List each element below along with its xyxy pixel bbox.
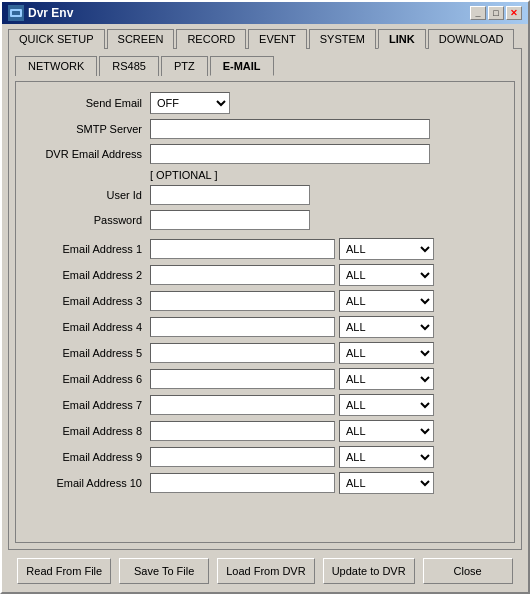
send-email-row: Send Email OFF ON: [30, 92, 500, 114]
email-input-8[interactable]: [150, 421, 335, 441]
tab-link[interactable]: LINK: [378, 29, 426, 49]
email-input-2[interactable]: [150, 265, 335, 285]
email-input-6[interactable]: [150, 369, 335, 389]
window: Dvr Env _ □ ✕ QUICK SETUP SCREEN RECORD …: [0, 0, 530, 594]
email-input-9[interactable]: [150, 447, 335, 467]
password-label: Password: [30, 214, 150, 226]
email-select-7[interactable]: ALLMOTIONSENSORSYSTEM: [339, 394, 434, 416]
email-label-2: Email Address 2: [30, 269, 150, 281]
tab-download[interactable]: DOWNLOAD: [428, 29, 515, 49]
email-input-7[interactable]: [150, 395, 335, 415]
email-select-4[interactable]: ALLMOTIONSENSORSYSTEM: [339, 316, 434, 338]
email-select-3[interactable]: ALLMOTIONSENSORSYSTEM: [339, 290, 434, 312]
smtp-server-row: SMTP Server: [30, 119, 500, 139]
close-button[interactable]: Close: [423, 558, 513, 584]
maximize-button[interactable]: □: [488, 6, 504, 20]
user-id-row: User Id: [30, 185, 500, 205]
title-controls: _ □ ✕: [470, 6, 522, 20]
main-content: NETWORK RS485 PTZ E-MAIL Send Email OFF …: [8, 48, 522, 550]
dvr-email-row: DVR Email Address: [30, 144, 500, 164]
email-select-2[interactable]: ALLMOTIONSENSORSYSTEM: [339, 264, 434, 286]
email-label-9: Email Address 9: [30, 451, 150, 463]
minimize-button[interactable]: _: [470, 6, 486, 20]
email-row-1: Email Address 1 ALLMOTIONSENSORSYSTEM: [30, 238, 500, 260]
email-input-3[interactable]: [150, 291, 335, 311]
email-select-8[interactable]: ALLMOTIONSENSORSYSTEM: [339, 420, 434, 442]
email-row-3: Email Address 3 ALLMOTIONSENSORSYSTEM: [30, 290, 500, 312]
email-input-5[interactable]: [150, 343, 335, 363]
email-row-9: Email Address 9 ALLMOTIONSENSORSYSTEM: [30, 446, 500, 468]
email-row-2: Email Address 2 ALLMOTIONSENSORSYSTEM: [30, 264, 500, 286]
email-label-8: Email Address 8: [30, 425, 150, 437]
dvr-email-input[interactable]: [150, 144, 430, 164]
button-bar: Read From File Save To File Load From DV…: [2, 550, 528, 592]
window-title: Dvr Env: [28, 6, 73, 20]
email-label-3: Email Address 3: [30, 295, 150, 307]
main-tabs: QUICK SETUP SCREEN RECORD EVENT SYSTEM L…: [2, 24, 528, 48]
tab-event[interactable]: EVENT: [248, 29, 307, 49]
email-addresses-section: Email Address 1 ALLMOTIONSENSORSYSTEM Em…: [30, 238, 500, 494]
optional-text: [ OPTIONAL ]: [150, 169, 217, 181]
email-input-1[interactable]: [150, 239, 335, 259]
dvr-email-label: DVR Email Address: [30, 148, 150, 160]
email-row-6: Email Address 6 ALLMOTIONSENSORSYSTEM: [30, 368, 500, 390]
password-input[interactable]: [150, 210, 310, 230]
app-icon: [8, 5, 24, 21]
optional-row: [ OPTIONAL ]: [30, 169, 500, 181]
save-to-file-button[interactable]: Save To File: [119, 558, 209, 584]
password-row: Password: [30, 210, 500, 230]
smtp-server-label: SMTP Server: [30, 123, 150, 135]
load-from-dvr-button[interactable]: Load From DVR: [217, 558, 314, 584]
email-row-5: Email Address 5 ALLMOTIONSENSORSYSTEM: [30, 342, 500, 364]
email-row-10: Email Address 10 ALLMOTIONSENSORSYSTEM: [30, 472, 500, 494]
title-bar: Dvr Env _ □ ✕: [2, 2, 528, 24]
sub-tab-rs485[interactable]: RS485: [99, 56, 159, 76]
email-select-5[interactable]: ALLMOTIONSENSORSYSTEM: [339, 342, 434, 364]
email-row-8: Email Address 8 ALLMOTIONSENSORSYSTEM: [30, 420, 500, 442]
email-label-10: Email Address 10: [30, 477, 150, 489]
close-title-button[interactable]: ✕: [506, 6, 522, 20]
email-input-10[interactable]: [150, 473, 335, 493]
svg-rect-2: [12, 11, 20, 15]
email-input-4[interactable]: [150, 317, 335, 337]
email-row-7: Email Address 7 ALLMOTIONSENSORSYSTEM: [30, 394, 500, 416]
read-from-file-button[interactable]: Read From File: [17, 558, 111, 584]
send-email-label: Send Email: [30, 97, 150, 109]
sub-tab-ptz[interactable]: PTZ: [161, 56, 208, 76]
sub-tab-email[interactable]: E-MAIL: [210, 56, 274, 76]
sub-tab-network[interactable]: NETWORK: [15, 56, 97, 76]
tab-quick-setup[interactable]: QUICK SETUP: [8, 29, 105, 49]
tab-system[interactable]: SYSTEM: [309, 29, 376, 49]
user-id-input[interactable]: [150, 185, 310, 205]
email-select-1[interactable]: ALLMOTIONSENSORSYSTEM: [339, 238, 434, 260]
email-select-9[interactable]: ALLMOTIONSENSORSYSTEM: [339, 446, 434, 468]
email-row-4: Email Address 4 ALLMOTIONSENSORSYSTEM: [30, 316, 500, 338]
tab-screen[interactable]: SCREEN: [107, 29, 175, 49]
smtp-server-input[interactable]: [150, 119, 430, 139]
update-to-dvr-button[interactable]: Update to DVR: [323, 558, 415, 584]
email-label-1: Email Address 1: [30, 243, 150, 255]
user-id-label: User Id: [30, 189, 150, 201]
email-label-5: Email Address 5: [30, 347, 150, 359]
email-select-10[interactable]: ALLMOTIONSENSORSYSTEM: [339, 472, 434, 494]
email-label-6: Email Address 6: [30, 373, 150, 385]
title-bar-left: Dvr Env: [8, 5, 73, 21]
tab-record[interactable]: RECORD: [176, 29, 246, 49]
send-email-select[interactable]: OFF ON: [150, 92, 230, 114]
email-select-6[interactable]: ALLMOTIONSENSORSYSTEM: [339, 368, 434, 390]
email-label-7: Email Address 7: [30, 399, 150, 411]
sub-content: Send Email OFF ON SMTP Server DVR Email …: [15, 81, 515, 543]
sub-tabs: NETWORK RS485 PTZ E-MAIL: [15, 55, 515, 75]
email-label-4: Email Address 4: [30, 321, 150, 333]
